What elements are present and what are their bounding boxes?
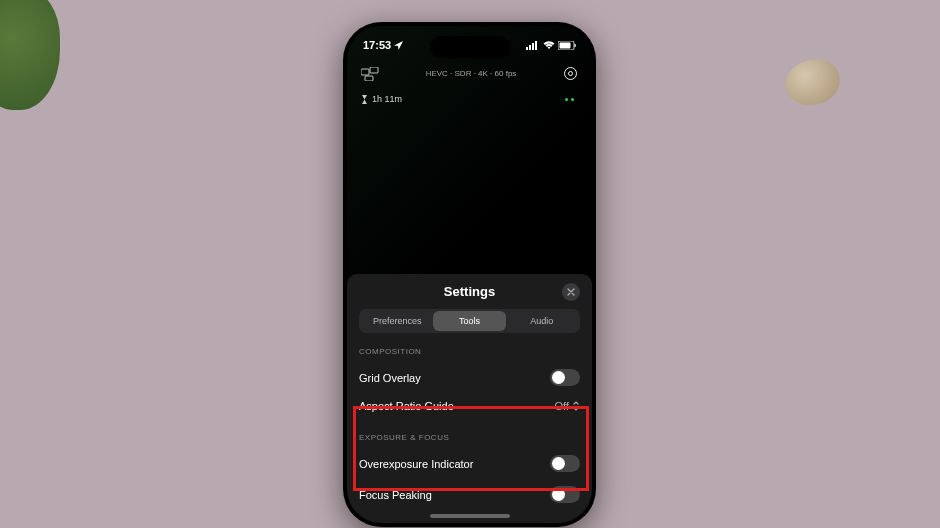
row-focus-peaking[interactable]: Focus Peaking (359, 479, 580, 510)
svg-rect-1 (529, 45, 531, 50)
tab-audio[interactable]: Audio (506, 311, 578, 331)
phone-screen: 17:53 HEVC · SDR · 4K · 60 fps 1h 11m Se… (347, 26, 592, 523)
status-time: 17:53 (363, 39, 391, 51)
camera-top-controls: HEVC · SDR · 4K · 60 fps (347, 66, 592, 81)
aspect-ratio-label: Aspect Ratio Guide (359, 400, 454, 412)
row-aspect-ratio[interactable]: Aspect Ratio Guide Off (359, 393, 580, 419)
settings-title: Settings (444, 284, 495, 299)
signal-icon (526, 41, 540, 50)
grid-overlay-label: Grid Overlay (359, 372, 421, 384)
svg-rect-5 (560, 42, 571, 48)
hourglass-icon (361, 95, 368, 104)
chevron-updown-icon (572, 400, 580, 412)
aspect-ratio-value[interactable]: Off (555, 400, 580, 412)
settings-panel: Settings Preferences Tools Audio COMPOSI… (347, 274, 592, 523)
status-right (526, 41, 576, 50)
svg-point-11 (568, 72, 572, 76)
layout-icon[interactable] (361, 67, 379, 81)
battery-icon (558, 41, 576, 50)
shell-decoration (780, 54, 845, 112)
svg-rect-2 (532, 43, 534, 50)
settings-header: Settings (359, 284, 580, 299)
section-composition-label: COMPOSITION (359, 347, 580, 356)
indicator-dots (565, 98, 574, 101)
aspect-value-text: Off (555, 400, 569, 412)
tab-tools[interactable]: Tools (433, 311, 505, 331)
wifi-icon (543, 41, 555, 50)
settings-tabs[interactable]: Preferences Tools Audio (359, 309, 580, 333)
svg-point-10 (564, 68, 576, 80)
close-icon (567, 288, 575, 296)
recording-time-text: 1h 11m (372, 94, 402, 104)
svg-rect-6 (575, 44, 576, 47)
status-time-group: 17:53 (363, 39, 403, 51)
focus-peaking-toggle[interactable] (550, 486, 580, 503)
video-format-text[interactable]: HEVC · SDR · 4K · 60 fps (426, 69, 517, 78)
svg-rect-7 (361, 69, 369, 75)
row-overexposure[interactable]: Overexposure Indicator (359, 448, 580, 479)
row-grid-overlay[interactable]: Grid Overlay (359, 362, 580, 393)
svg-rect-9 (365, 76, 373, 81)
close-button[interactable] (562, 283, 580, 301)
home-indicator[interactable] (430, 514, 510, 518)
tab-preferences[interactable]: Preferences (361, 311, 433, 331)
location-icon (394, 41, 403, 50)
focus-peaking-label: Focus Peaking (359, 489, 432, 501)
phone-frame: 17:53 HEVC · SDR · 4K · 60 fps 1h 11m Se… (343, 22, 596, 527)
recording-time: 1h 11m (361, 94, 402, 104)
dynamic-island (430, 36, 510, 58)
grid-overlay-toggle[interactable] (550, 369, 580, 386)
svg-rect-8 (370, 67, 378, 73)
settings-gear-icon[interactable] (563, 66, 578, 81)
svg-rect-0 (526, 47, 528, 50)
plant-decoration (0, 0, 60, 110)
overexposure-toggle[interactable] (550, 455, 580, 472)
section-exposure-label: EXPOSURE & FOCUS (359, 433, 580, 442)
svg-rect-3 (535, 41, 537, 50)
overexposure-label: Overexposure Indicator (359, 458, 473, 470)
